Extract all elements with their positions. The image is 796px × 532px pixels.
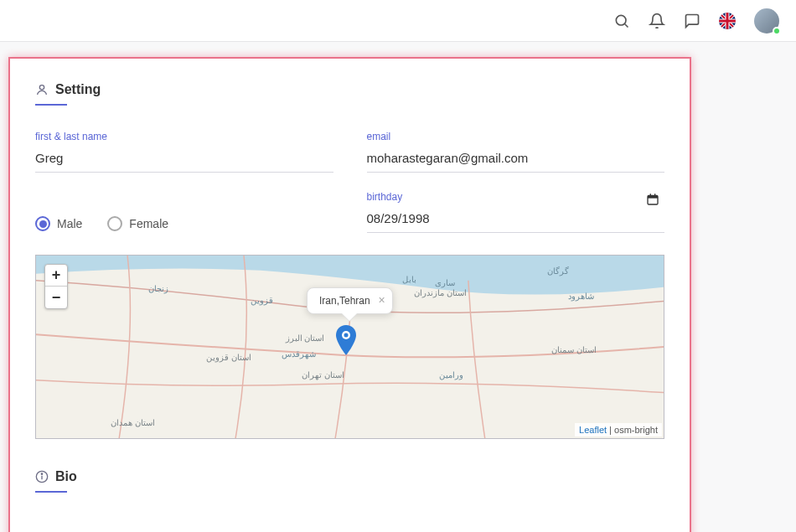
zoom-in-button[interactable]: +: [45, 265, 67, 287]
settings-title: Setting: [35, 82, 664, 97]
gender-female-radio[interactable]: Female: [107, 216, 168, 231]
birthday-field: birthday: [367, 191, 665, 233]
bio-section: Bio: [35, 469, 664, 493]
map-zoom-control: + −: [44, 264, 68, 309]
svg-text:استان سمنان: استان سمنان: [551, 345, 597, 354]
form-col-right: email birthday: [367, 131, 665, 233]
section-underline: [35, 104, 67, 106]
email-input[interactable]: [367, 147, 665, 173]
calendar-icon[interactable]: [646, 193, 659, 209]
presence-indicator: [773, 27, 781, 35]
leaflet-link[interactable]: Leaflet: [579, 425, 607, 435]
svg-text:قزوین: قزوین: [251, 296, 273, 306]
gender-male-radio[interactable]: Male: [35, 216, 82, 231]
svg-rect-5: [648, 195, 658, 198]
name-field: first & last name: [35, 131, 333, 173]
svg-point-0: [616, 15, 626, 25]
svg-text:زنجان: زنجان: [148, 284, 168, 294]
svg-text:استان تهران: استان تهران: [302, 370, 344, 380]
bell-icon[interactable]: [649, 13, 665, 29]
gender-radio-group: Male Female: [35, 216, 333, 231]
map-popup: Iran,Tehran ×: [307, 287, 393, 314]
map-popup-text: Iran,Tehran: [319, 295, 370, 307]
topbar: [0, 0, 796, 42]
section-underline: [35, 491, 67, 493]
zoom-out-button[interactable]: −: [45, 287, 67, 308]
name-input[interactable]: [35, 147, 333, 173]
svg-line-1: [625, 23, 628, 27]
svg-text:استان همدان: استان همدان: [111, 418, 155, 427]
info-icon: [35, 470, 49, 483]
comment-icon[interactable]: [684, 13, 700, 29]
svg-text:شهرقدس: شهرقدس: [282, 349, 316, 359]
gender-male-label: Male: [57, 217, 82, 230]
language-flag-icon[interactable]: [719, 13, 736, 29]
svg-point-27: [41, 473, 42, 474]
close-icon[interactable]: ×: [379, 293, 385, 307]
svg-text:ساری: ساری: [435, 278, 455, 288]
settings-title-text: Setting: [55, 82, 101, 97]
svg-text:شاهرود: شاهرود: [568, 292, 594, 302]
avatar[interactable]: [754, 8, 779, 34]
svg-text:استان قزوین: استان قزوین: [206, 353, 251, 363]
location-map[interactable]: گرگان ساری بابل شاهرود قزوین زنجان استان…: [35, 255, 664, 439]
form-grid: first & last name Male Female email: [35, 131, 664, 233]
svg-text:ورامین: ورامین: [439, 370, 463, 380]
svg-point-3: [39, 85, 44, 90]
bio-title: Bio: [35, 469, 664, 484]
birthday-label: birthday: [367, 191, 665, 203]
user-icon: [35, 83, 49, 96]
settings-card: Setting first & last name Male Female: [8, 57, 691, 532]
search-icon[interactable]: [613, 13, 630, 29]
svg-text:استان البرز: استان البرز: [285, 333, 325, 343]
gender-female-label: Female: [129, 217, 168, 230]
svg-text:بابل: بابل: [402, 275, 416, 284]
email-field: email: [367, 131, 665, 173]
attribution-rest: | osm-bright: [607, 425, 658, 435]
svg-point-24: [344, 333, 349, 338]
svg-text:گرگان: گرگان: [547, 266, 569, 276]
form-col-left: first & last name Male Female: [35, 131, 333, 233]
name-label: first & last name: [35, 131, 333, 142]
svg-text:استان مازندران: استان مازندران: [414, 288, 467, 298]
map-marker-icon[interactable]: [336, 325, 356, 359]
bio-title-text: Bio: [55, 469, 77, 484]
email-label: email: [367, 131, 665, 142]
birthday-input[interactable]: [367, 208, 665, 233]
map-attribution: Leaflet | osm-bright: [575, 423, 662, 436]
